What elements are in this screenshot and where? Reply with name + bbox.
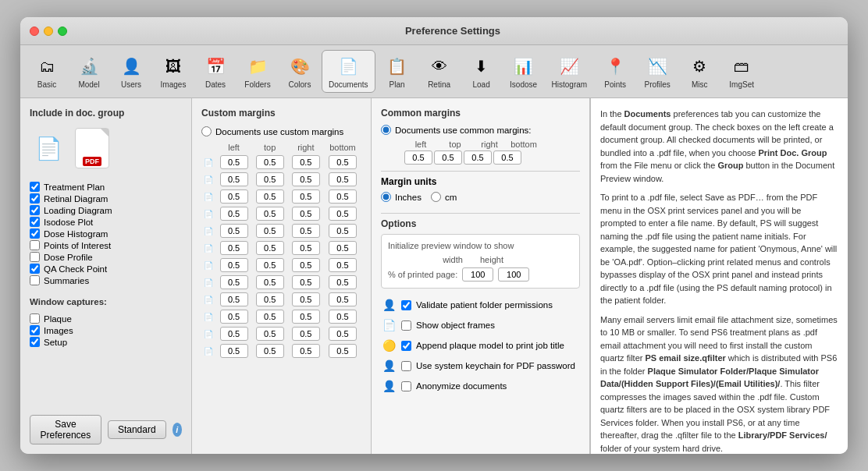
margin-input-4-3[interactable] <box>329 224 357 238</box>
margin-input-11-0[interactable] <box>220 344 248 358</box>
custom-margins-radio-input[interactable] <box>201 126 212 136</box>
margin-input-8-2[interactable] <box>292 292 320 306</box>
checkbox-input-0[interactable] <box>30 182 40 192</box>
margin-input-7-3[interactable] <box>329 275 357 289</box>
margin-input-8-3[interactable] <box>329 292 357 306</box>
toolbar-item-isodose[interactable]: 📊 Isodose <box>503 51 544 92</box>
checkbox-input-7[interactable] <box>30 264 40 274</box>
margin-input-2-2[interactable] <box>292 189 320 204</box>
margin-input-5-3[interactable] <box>329 241 357 255</box>
margin-input-3-0[interactable] <box>220 207 248 221</box>
margin-input-0-1[interactable] <box>256 155 284 169</box>
margin-input-10-2[interactable] <box>292 327 320 341</box>
margin-input-9-2[interactable] <box>292 310 320 324</box>
margin-input-7-0[interactable] <box>220 275 248 289</box>
margin-input-3-2[interactable] <box>292 207 320 221</box>
custom-margins-radio[interactable]: Documents use custom margins <box>201 126 361 136</box>
margin-input-4-0[interactable] <box>220 224 248 238</box>
margin-input-0-3[interactable] <box>329 155 357 169</box>
option-checkbox-1[interactable] <box>401 320 411 331</box>
unit-cm-input[interactable] <box>431 192 441 202</box>
margin-input-5-1[interactable] <box>256 241 284 255</box>
unit-cm-radio[interactable]: cm <box>431 192 457 202</box>
common-margin-right[interactable] <box>464 151 492 165</box>
margin-input-11-1[interactable] <box>256 344 284 358</box>
info-icon[interactable]: i <box>173 423 182 437</box>
margin-input-4-2[interactable] <box>292 224 320 238</box>
option-checkbox-0[interactable] <box>401 300 411 310</box>
margin-input-10-1[interactable] <box>256 327 284 341</box>
toolbar-item-folders[interactable]: 📁 Folders <box>237 51 278 92</box>
checkbox-input-2[interactable] <box>30 205 40 215</box>
preview-height-input[interactable] <box>498 267 529 282</box>
margin-input-6-3[interactable] <box>329 258 357 272</box>
margin-input-9-3[interactable] <box>329 310 357 324</box>
checkbox-input-1[interactable] <box>30 193 40 204</box>
margin-input-5-2[interactable] <box>292 241 320 255</box>
margin-input-6-1[interactable] <box>256 258 284 272</box>
margin-input-11-2[interactable] <box>292 344 320 358</box>
standard-button[interactable]: Standard <box>108 420 166 439</box>
checkbox-input-3[interactable] <box>30 217 40 227</box>
margin-input-8-1[interactable] <box>256 292 284 306</box>
margin-input-1-1[interactable] <box>256 172 284 186</box>
margin-input-9-1[interactable] <box>256 310 284 324</box>
margin-input-10-0[interactable] <box>220 327 248 341</box>
toolbar-item-imgset[interactable]: 🗃 ImgSet <box>721 51 762 92</box>
margin-input-2-0[interactable] <box>220 189 248 204</box>
common-margin-bottom[interactable] <box>493 151 521 165</box>
checkbox-input-6[interactable] <box>30 252 40 262</box>
toolbar-item-retina[interactable]: 👁 Retina <box>419 51 460 92</box>
margin-input-1-0[interactable] <box>220 172 248 186</box>
maximize-button[interactable] <box>58 27 67 36</box>
margin-input-2-3[interactable] <box>329 189 357 204</box>
margin-input-5-0[interactable] <box>220 241 248 255</box>
toolbar-item-profiles[interactable]: 📉 Profiles <box>637 51 678 92</box>
window-checkbox-input-1[interactable] <box>30 325 40 335</box>
toolbar-item-points[interactable]: 📍 Points <box>595 51 635 92</box>
margin-input-0-2[interactable] <box>292 155 320 169</box>
margin-input-9-0[interactable] <box>220 310 248 324</box>
toolbar-item-histogram[interactable]: 📈 Histogram <box>546 51 594 92</box>
margin-input-8-0[interactable] <box>220 292 248 306</box>
margin-input-10-3[interactable] <box>329 327 357 341</box>
toolbar-item-users[interactable]: 👤 Users <box>111 51 151 92</box>
toolbar-item-images[interactable]: 🖼 Images <box>153 51 194 92</box>
common-margin-top[interactable] <box>434 151 462 165</box>
checkbox-input-5[interactable] <box>30 240 40 250</box>
margin-input-1-3[interactable] <box>329 172 357 186</box>
toolbar-item-basic[interactable]: 🗂 Basic <box>27 51 67 92</box>
margin-input-6-0[interactable] <box>220 258 248 272</box>
toolbar-item-misc[interactable]: ⚙ Misc <box>679 51 720 92</box>
toolbar-item-plan[interactable]: 📋 Plan <box>377 51 418 92</box>
option-checkbox-2[interactable] <box>401 341 411 351</box>
toolbar-item-colors[interactable]: 🎨 Colors <box>279 51 320 92</box>
window-checkbox-input-0[interactable] <box>30 313 40 324</box>
minimize-button[interactable] <box>44 27 53 36</box>
toolbar-item-load[interactable]: ⬇ Load <box>461 51 502 92</box>
margin-input-4-1[interactable] <box>256 224 284 238</box>
margin-input-0-0[interactable] <box>220 155 248 169</box>
checkbox-input-8[interactable] <box>30 275 40 285</box>
checkbox-input-4[interactable] <box>30 228 40 239</box>
common-margins-radio[interactable]: Documents use common margins: <box>381 125 580 135</box>
unit-inches-radio[interactable]: Inches <box>381 192 422 202</box>
margin-input-7-1[interactable] <box>256 275 284 289</box>
unit-inches-input[interactable] <box>381 192 391 202</box>
save-preferences-button[interactable]: Save Preferences <box>30 415 101 444</box>
margin-input-6-2[interactable] <box>292 258 320 272</box>
option-checkbox-4[interactable] <box>401 381 411 391</box>
toolbar-item-dates[interactable]: 📅 Dates <box>195 51 236 92</box>
common-margins-radio-input[interactable] <box>381 125 391 135</box>
margin-input-11-3[interactable] <box>329 344 357 358</box>
margin-input-2-1[interactable] <box>256 189 284 204</box>
option-checkbox-3[interactable] <box>401 361 411 371</box>
margin-input-7-2[interactable] <box>292 275 320 289</box>
toolbar-item-model[interactable]: 🔬 Model <box>69 51 109 92</box>
margin-input-3-1[interactable] <box>256 207 284 221</box>
close-button[interactable] <box>30 27 39 36</box>
preview-width-input[interactable] <box>462 267 493 282</box>
toolbar-item-documents[interactable]: 📄 Documents <box>322 50 375 93</box>
common-margin-left[interactable] <box>404 151 432 165</box>
margin-input-1-2[interactable] <box>292 172 320 186</box>
